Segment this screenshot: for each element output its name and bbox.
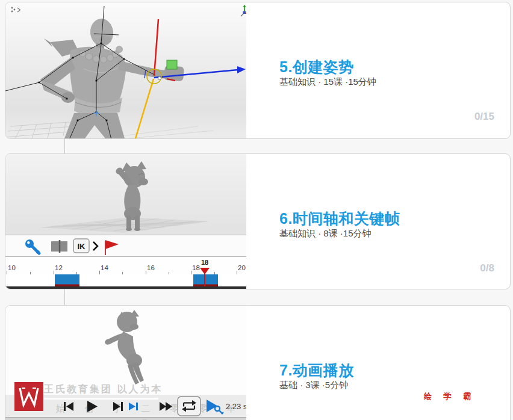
- course-title: 6.时间轴和关键帧: [279, 209, 400, 229]
- course-progress: 0/8: [480, 262, 494, 274]
- timeline-ruler[interactable]: [5, 257, 246, 274]
- huixueba-logo: [14, 382, 43, 411]
- svg-text:20: 20: [238, 264, 246, 271]
- course-meta: 基础知识 · 15课 ·15分钟: [279, 76, 376, 88]
- ik-button: IK: [73, 239, 89, 253]
- course-thumbnail-playback[interactable]: 王氏教育集团 以人为本 始 创 于 二 零 零 年: [5, 306, 246, 420]
- watermark-gray-slogan: 王氏教育集团 以人为本: [43, 383, 163, 394]
- course-meta: 基础 · 3课 ·5分钟: [279, 380, 348, 391]
- pose-editor-viewport-image: [5, 2, 246, 138]
- playback-time-label: 2.23 se: [226, 402, 246, 411]
- keyframe-track[interactable]: [5, 274, 246, 286]
- svg-text:10: 10: [8, 264, 16, 271]
- course-progress: 0/15: [474, 111, 494, 123]
- timeline-viewport-image: IK 10 12 14 16 18 20 1: [5, 154, 246, 289]
- course-card-5[interactable]: 5.创建姿势 基础知识 · 15课 ·15分钟 0/15: [5, 2, 511, 139]
- loop-button[interactable]: [178, 397, 201, 416]
- playback-viewport-image: 王氏教育集团 以人为本 始 创 于 二 零 零 年: [5, 306, 246, 420]
- card-connector-line: [64, 138, 65, 153]
- course-card-6[interactable]: IK 10 12 14 16 18 20 1: [5, 153, 511, 289]
- svg-text:12: 12: [55, 264, 63, 271]
- course-title: 7.动画播放: [279, 360, 354, 380]
- course-thumbnail-timeline[interactable]: IK 10 12 14 16 18 20 1: [5, 154, 246, 289]
- course-card-7[interactable]: 王氏教育集团 以人为本 始 创 于 二 零 零 年: [5, 305, 511, 420]
- timeline-toolbar: [5, 235, 246, 257]
- svg-text:14: 14: [101, 264, 108, 271]
- card-connector-line: [64, 289, 65, 305]
- svg-text:16: 16: [147, 264, 155, 271]
- player-divider-line: [44, 398, 158, 400]
- watermark-red-brand: 绘 学 霸: [424, 391, 476, 402]
- gizmo-green-handle: [167, 60, 177, 69]
- course-title: 5.创建姿势: [279, 57, 354, 77]
- keyframe-block[interactable]: [193, 274, 218, 286]
- playhead-frame-label: 18: [201, 259, 208, 266]
- svg-text:18: 18: [192, 264, 200, 271]
- svg-text:IK: IK: [78, 242, 86, 251]
- keyframe-block[interactable]: [55, 274, 79, 286]
- clapper-icon: [51, 240, 67, 253]
- course-thumbnail-pose-editor[interactable]: [5, 2, 246, 138]
- course-meta: 基础知识 · 8课 ·15分钟: [279, 228, 372, 239]
